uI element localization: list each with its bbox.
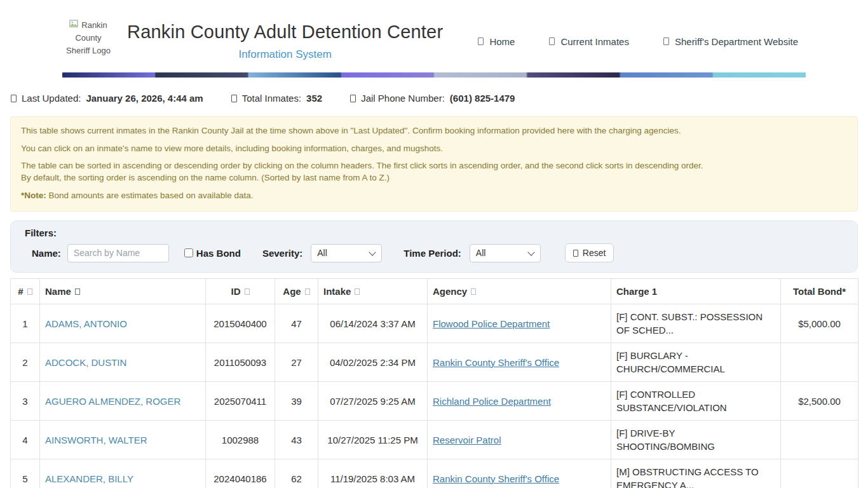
agency-link[interactable]: Flowood Police Department [433, 318, 550, 329]
col-header-total-bond[interactable]: Total Bond* [781, 279, 858, 304]
col-header-age[interactable]: Age [275, 279, 318, 304]
intake-datetime: 10/27/2025 11:25 PM [318, 421, 428, 459]
severity-select-wrap: All [311, 244, 382, 262]
col-name-label: Name [45, 286, 71, 297]
sort-icon [245, 288, 250, 295]
agency-link[interactable]: Rankin County Sheriff's Office [433, 473, 559, 484]
inmate-name-link[interactable]: AGUERO ALMENDEZ, ROGER [45, 396, 180, 407]
inmate-id: 2011050093 [206, 343, 275, 382]
last-updated-value: January 26, 2026, 4:44 am [86, 93, 203, 104]
col-header-agency[interactable]: Agency [428, 279, 611, 304]
col-header-number[interactable]: # [11, 279, 40, 304]
has-bond-filter[interactable]: Has Bond [184, 248, 241, 259]
intake-datetime: 04/02/2025 2:34 PM [318, 343, 428, 382]
inmates-table: # Name ID Age Intake Agency Charge 1 Tot… [10, 278, 858, 488]
row-number: 2 [11, 343, 40, 382]
col-id-label: ID [231, 286, 241, 297]
charge-1: [M] OBSTRUCTING ACCESS TO EMERGENCY A... [611, 459, 781, 488]
inmate-name-link[interactable]: ADAMS, ANTONIO [45, 318, 127, 329]
sort-icon [27, 288, 32, 295]
time-period-filter-label: Time Period: [403, 248, 461, 259]
info-notice: This table shows current inmates in the … [10, 116, 858, 212]
external-link-icon [663, 37, 669, 45]
agency-link[interactable]: Richland Police Department [433, 396, 551, 407]
charge-1: [F] BURGLARY - CHURCH/COMMERCIAL [611, 343, 781, 382]
reset-filters-button[interactable]: Reset [565, 243, 614, 262]
nav-home-label: Home [489, 36, 515, 47]
nav-home[interactable]: Home [478, 36, 515, 47]
broken-image-icon [69, 20, 79, 29]
filters-panel: Filters: Name: Has Bond Severity: All Ti… [10, 220, 858, 273]
inmates-icon [549, 37, 555, 45]
main-nav: Home Current Inmates Sheriff's Departmen… [478, 36, 806, 47]
agency-cell: Reservoir Patrol [428, 421, 611, 459]
phone-icon [350, 95, 356, 102]
has-bond-label: Has Bond [196, 248, 241, 259]
table-row: 2 ADCOCK, DUSTIN 2011050093 27 04/02/202… [11, 343, 858, 382]
nav-current-inmates[interactable]: Current Inmates [549, 36, 629, 47]
col-header-id[interactable]: ID [206, 279, 275, 304]
nav-sheriff-website[interactable]: Sheriff's Department Website [663, 36, 798, 47]
col-age-label: Age [283, 286, 301, 297]
inmate-name-link[interactable]: ADCOCK, DUSTIN [45, 357, 126, 368]
stat-last-updated: Last Updated: January 26, 2026, 4:44 am [11, 93, 203, 104]
inmate-id: 2015040400 [206, 304, 275, 343]
col-header-intake[interactable]: Intake [318, 279, 428, 304]
sheriff-logo-broken-image: Rankin County Sheriff Logo [62, 19, 114, 64]
intake-datetime: 07/27/2025 9:25 AM [318, 382, 428, 421]
agency-cell: Richland Police Department [428, 382, 611, 421]
inmate-age: 27 [275, 343, 318, 382]
total-bond [781, 459, 858, 488]
col-header-name[interactable]: Name [40, 279, 206, 304]
jail-phone-label: Jail Phone Number: [361, 93, 445, 104]
search-name-input[interactable] [67, 244, 169, 262]
agency-link[interactable]: Rankin County Sheriff's Office [433, 357, 559, 368]
notice-sorting-text: The table can be sorted in ascending or … [21, 161, 703, 170]
header-gradient-divider [62, 72, 806, 78]
table-row: 1 ADAMS, ANTONIO 2015040400 47 06/14/202… [11, 304, 858, 343]
col-header-charge1[interactable]: Charge 1 [611, 279, 781, 304]
inmate-id: 2025070411 [206, 382, 275, 421]
col-agency-label: Agency [433, 286, 467, 297]
jail-phone-value: (601) 825-1479 [450, 93, 515, 104]
notice-line-2: You can click on an inmate's name to vie… [21, 143, 847, 155]
stat-jail-phone: Jail Phone Number: (601) 825-1479 [350, 93, 515, 104]
notice-bond-note: *Note: Bond amounts are estimates based … [21, 190, 847, 202]
agency-link[interactable]: Reservoir Patrol [433, 435, 501, 445]
inmate-id: 1002988 [206, 421, 275, 459]
sort-icon [355, 288, 360, 295]
table-header-row: # Name ID Age Intake Agency Charge 1 Tot… [11, 279, 858, 304]
inmate-name-link[interactable]: AINSWORTH, WALTER [45, 435, 147, 445]
inmate-age: 47 [275, 304, 318, 343]
note-text: Bond amounts are estimates based on avai… [46, 191, 254, 200]
sort-icon-active [75, 288, 80, 295]
notice-default-sort-text: By default, the sorting order is ascendi… [21, 173, 390, 182]
page-title: Rankin County Adult Detention Center [127, 22, 443, 43]
note-label: *Note: [21, 191, 46, 200]
notice-line-1: This table shows current inmates in the … [21, 125, 847, 137]
row-number: 1 [11, 304, 40, 343]
inmate-name-cell: ADAMS, ANTONIO [40, 304, 206, 343]
intake-datetime: 06/14/2024 3:37 AM [318, 304, 428, 343]
people-icon [231, 95, 237, 102]
last-updated-label: Last Updated: [22, 93, 81, 104]
agency-cell: Rankin County Sheriff's Office [428, 459, 611, 488]
total-bond: $5,000.00 [781, 304, 858, 343]
time-period-select[interactable]: All [470, 244, 541, 262]
page-subtitle: Information System [127, 48, 443, 61]
severity-select[interactable]: All [311, 244, 382, 262]
table-row: 3 AGUERO ALMENDEZ, ROGER 2025070411 39 0… [11, 382, 858, 421]
inmate-name-cell: AINSWORTH, WALTER [40, 421, 206, 459]
charge-1: [F] DRIVE-BY SHOOTING/BOMBING [611, 421, 781, 459]
header: Rankin County Sheriff Logo Rankin County… [62, 19, 806, 78]
total-inmates-value: 352 [306, 93, 322, 104]
inmate-name-link[interactable]: ALEXANDER, BILLY [45, 473, 133, 484]
home-icon [478, 37, 484, 45]
row-number: 3 [11, 382, 40, 421]
inmates-table-wrap: # Name ID Age Intake Agency Charge 1 Tot… [10, 278, 858, 488]
total-bond [781, 343, 858, 382]
col-charge1-label: Charge 1 [616, 286, 657, 297]
reset-icon [573, 250, 578, 257]
has-bond-checkbox[interactable] [184, 248, 193, 257]
inmate-age: 43 [275, 421, 318, 459]
